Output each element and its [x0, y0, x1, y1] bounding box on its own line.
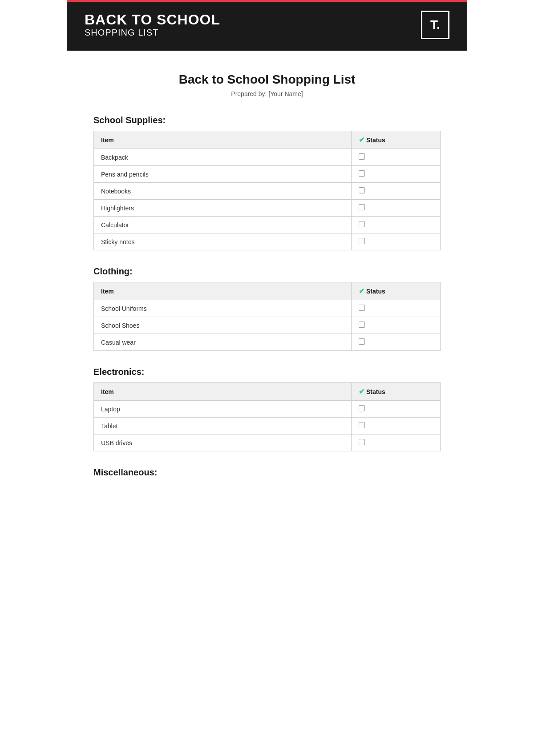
page-header: BACK TO SCHOOL SHOPPING LIST T.: [67, 0, 467, 50]
col-header-status: ✔Status: [352, 383, 441, 401]
item-status-cell[interactable]: [352, 418, 441, 434]
sections-container: School Supplies:Item✔StatusBackpackPens …: [93, 115, 441, 478]
prepared-by-label: Prepared by:: [231, 90, 267, 97]
table-row: School Uniforms: [94, 300, 441, 317]
col-header-item: Item: [94, 131, 352, 149]
checkbox-icon[interactable]: [359, 439, 365, 445]
prepared-by: Prepared by: [Your Name]: [93, 90, 441, 97]
main-content: Back to School Shopping List Prepared by…: [67, 51, 467, 520]
section-clothing: Clothing:Item✔StatusSchool UniformsSchoo…: [93, 266, 441, 351]
col-header-item: Item: [94, 383, 352, 401]
status-label: Status: [366, 137, 385, 144]
checkbox-icon[interactable]: [359, 221, 365, 227]
col-header-item: Item: [94, 282, 352, 300]
section-title-school-supplies: School Supplies:: [93, 115, 441, 125]
item-status-cell[interactable]: [352, 233, 441, 250]
table-row: Notebooks: [94, 183, 441, 200]
col-header-status: ✔Status: [352, 131, 441, 149]
table-clothing: Item✔StatusSchool UniformsSchool ShoesCa…: [93, 282, 441, 351]
item-status-cell[interactable]: [352, 434, 441, 451]
header-title-block: BACK TO SCHOOL SHOPPING LIST: [85, 12, 220, 38]
checkbox-icon[interactable]: [359, 405, 365, 411]
header-logo: T.: [421, 11, 449, 39]
page-title: Back to School Shopping List: [93, 72, 441, 87]
table-row: USB drives: [94, 434, 441, 451]
table-row: Highlighters: [94, 200, 441, 217]
table-row: Sticky notes: [94, 233, 441, 250]
checkmark-icon: ✔: [359, 387, 364, 396]
checkbox-icon[interactable]: [359, 338, 365, 345]
item-name: Backpack: [94, 149, 352, 166]
table-row: Tablet: [94, 418, 441, 434]
item-name: Pens and pencils: [94, 166, 352, 183]
checkbox-icon[interactable]: [359, 153, 365, 160]
table-row: Pens and pencils: [94, 166, 441, 183]
status-label: Status: [366, 288, 385, 295]
item-status-cell[interactable]: [352, 317, 441, 334]
checkbox-icon[interactable]: [359, 204, 365, 210]
table-row: Laptop: [94, 401, 441, 418]
checkmark-icon: ✔: [359, 287, 364, 295]
item-name: USB drives: [94, 434, 352, 451]
table-school-supplies: Item✔StatusBackpackPens and pencilsNoteb…: [93, 131, 441, 250]
section-title-electronics: Electronics:: [93, 367, 441, 377]
item-status-cell[interactable]: [352, 217, 441, 233]
checkbox-icon[interactable]: [359, 187, 365, 193]
checkbox-icon[interactable]: [359, 422, 365, 428]
section-electronics: Electronics:Item✔StatusLaptopTabletUSB d…: [93, 367, 441, 451]
status-label: Status: [366, 388, 385, 395]
item-status-cell[interactable]: [352, 166, 441, 183]
prepared-by-value: [Your Name]: [268, 90, 303, 97]
table-row: School Shoes: [94, 317, 441, 334]
checkbox-icon[interactable]: [359, 305, 365, 311]
checkmark-icon: ✔: [359, 136, 364, 144]
header-main-title: BACK TO SCHOOL: [85, 12, 220, 28]
item-name: Calculator: [94, 217, 352, 233]
section-title-clothing: Clothing:: [93, 266, 441, 277]
item-status-cell[interactable]: [352, 334, 441, 351]
item-status-cell[interactable]: [352, 200, 441, 217]
item-status-cell[interactable]: [352, 149, 441, 166]
table-row: Calculator: [94, 217, 441, 233]
header-subtitle: SHOPPING LIST: [85, 28, 220, 38]
table-row: Casual wear: [94, 334, 441, 351]
col-header-status: ✔Status: [352, 282, 441, 300]
item-name: Laptop: [94, 401, 352, 418]
item-name: Sticky notes: [94, 233, 352, 250]
item-name: Notebooks: [94, 183, 352, 200]
section-title-miscellaneous: Miscellaneous:: [93, 467, 441, 478]
item-name: Tablet: [94, 418, 352, 434]
table-row: Backpack: [94, 149, 441, 166]
section-school-supplies: School Supplies:Item✔StatusBackpackPens …: [93, 115, 441, 250]
item-status-cell[interactable]: [352, 183, 441, 200]
checkbox-icon[interactable]: [359, 322, 365, 328]
item-status-cell[interactable]: [352, 401, 441, 418]
table-electronics: Item✔StatusLaptopTabletUSB drives: [93, 382, 441, 451]
item-name: School Uniforms: [94, 300, 352, 317]
checkbox-icon[interactable]: [359, 170, 365, 177]
checkbox-icon[interactable]: [359, 238, 365, 244]
item-name: Casual wear: [94, 334, 352, 351]
item-name: School Shoes: [94, 317, 352, 334]
section-miscellaneous: Miscellaneous:: [93, 467, 441, 478]
item-name: Highlighters: [94, 200, 352, 217]
item-status-cell[interactable]: [352, 300, 441, 317]
